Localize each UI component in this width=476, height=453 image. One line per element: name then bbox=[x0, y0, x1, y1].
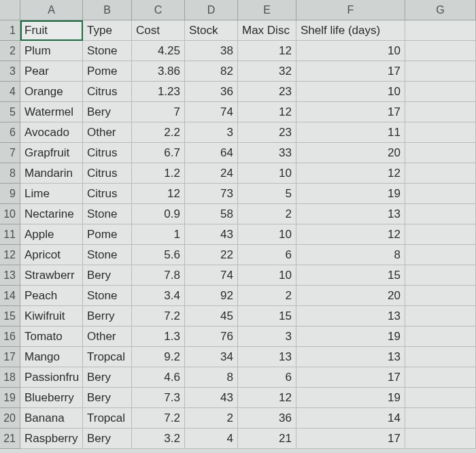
cell-D2[interactable]: 38 bbox=[185, 41, 238, 61]
cell-C16[interactable]: 1.3 bbox=[132, 326, 185, 347]
cell-F11[interactable]: 12 bbox=[296, 224, 405, 245]
cell-F14[interactable]: 20 bbox=[296, 286, 405, 306]
row-header-5[interactable]: 5 bbox=[0, 102, 20, 122]
cell-B17[interactable]: Tropcal bbox=[83, 347, 132, 367]
cell-A19[interactable]: Blueberry bbox=[20, 388, 83, 408]
cell-F3[interactable]: 17 bbox=[296, 61, 405, 82]
row-header-4[interactable]: 4 bbox=[0, 82, 20, 102]
cell-F6[interactable]: 11 bbox=[296, 122, 405, 143]
cell-C21[interactable]: 3.2 bbox=[132, 429, 185, 449]
cell-B15[interactable]: Berry bbox=[83, 306, 132, 326]
cell-G7[interactable] bbox=[405, 143, 476, 163]
cell-F21[interactable]: 17 bbox=[296, 429, 405, 449]
col-header-C[interactable]: C bbox=[132, 0, 185, 20]
row-header-13[interactable]: 13 bbox=[0, 265, 20, 286]
cell-G15[interactable] bbox=[405, 306, 476, 326]
cell-D5[interactable]: 74 bbox=[185, 102, 238, 122]
cell-E5[interactable]: 12 bbox=[238, 102, 296, 122]
cell-C17[interactable]: 9.2 bbox=[132, 347, 185, 367]
cell-G9[interactable] bbox=[405, 184, 476, 204]
cell-F17[interactable]: 13 bbox=[296, 347, 405, 367]
spreadsheet-grid[interactable]: ABCDEFG1FruitTypeCostStockMax DiscShelf … bbox=[0, 0, 476, 449]
cell-A17[interactable]: Mango bbox=[20, 347, 83, 367]
cell-G6[interactable] bbox=[405, 122, 476, 143]
cell-F7[interactable]: 20 bbox=[296, 143, 405, 163]
cell-B3[interactable]: Pome bbox=[83, 61, 132, 82]
cell-E8[interactable]: 10 bbox=[238, 163, 296, 184]
cell-B14[interactable]: Stone bbox=[83, 286, 132, 306]
cell-B7[interactable]: Citrus bbox=[83, 143, 132, 163]
cell-A8[interactable]: Mandarin bbox=[20, 163, 83, 184]
cell-F19[interactable]: 19 bbox=[296, 388, 405, 408]
cell-G14[interactable] bbox=[405, 286, 476, 306]
cell-B11[interactable]: Pome bbox=[83, 224, 132, 245]
cell-C12[interactable]: 5.6 bbox=[132, 245, 185, 265]
cell-B18[interactable]: Bery bbox=[83, 367, 132, 388]
cell-B2[interactable]: Stone bbox=[83, 41, 132, 61]
cell-C19[interactable]: 7.3 bbox=[132, 388, 185, 408]
cell-A4[interactable]: Orange bbox=[20, 82, 83, 102]
cell-D21[interactable]: 4 bbox=[185, 429, 238, 449]
cell-A13[interactable]: Strawberr bbox=[20, 265, 83, 286]
cell-D3[interactable]: 82 bbox=[185, 61, 238, 82]
cell-B20[interactable]: Tropcal bbox=[83, 408, 132, 429]
cell-B21[interactable]: Bery bbox=[83, 429, 132, 449]
cell-C20[interactable]: 7.2 bbox=[132, 408, 185, 429]
row-header-6[interactable]: 6 bbox=[0, 122, 20, 143]
cell-C15[interactable]: 7.2 bbox=[132, 306, 185, 326]
cell-E10[interactable]: 2 bbox=[238, 204, 296, 224]
row-header-20[interactable]: 20 bbox=[0, 408, 20, 429]
row-header-14[interactable]: 14 bbox=[0, 286, 20, 306]
cell-B13[interactable]: Bery bbox=[83, 265, 132, 286]
cell-D9[interactable]: 73 bbox=[185, 184, 238, 204]
cell-C4[interactable]: 1.23 bbox=[132, 82, 185, 102]
cell-G21[interactable] bbox=[405, 429, 476, 449]
cell-A7[interactable]: Grapfruit bbox=[20, 143, 83, 163]
row-header-1[interactable]: 1 bbox=[0, 20, 20, 41]
cell-D13[interactable]: 74 bbox=[185, 265, 238, 286]
cell-F2[interactable]: 10 bbox=[296, 41, 405, 61]
cell-G19[interactable] bbox=[405, 388, 476, 408]
cell-B4[interactable]: Citrus bbox=[83, 82, 132, 102]
cell-A14[interactable]: Peach bbox=[20, 286, 83, 306]
cell-A18[interactable]: Passionfru bbox=[20, 367, 83, 388]
cell-D11[interactable]: 43 bbox=[185, 224, 238, 245]
cell-E13[interactable]: 10 bbox=[238, 265, 296, 286]
cell-D7[interactable]: 64 bbox=[185, 143, 238, 163]
cell-E3[interactable]: 32 bbox=[238, 61, 296, 82]
cell-G5[interactable] bbox=[405, 102, 476, 122]
cell-G18[interactable] bbox=[405, 367, 476, 388]
cell-E18[interactable]: 6 bbox=[238, 367, 296, 388]
row-header-21[interactable]: 21 bbox=[0, 429, 20, 449]
row-header-15[interactable]: 15 bbox=[0, 306, 20, 326]
cell-F16[interactable]: 19 bbox=[296, 326, 405, 347]
cell-G16[interactable] bbox=[405, 326, 476, 347]
row-header-3[interactable]: 3 bbox=[0, 61, 20, 82]
cell-D15[interactable]: 45 bbox=[185, 306, 238, 326]
cell-A1[interactable]: Fruit bbox=[20, 20, 83, 41]
cell-B12[interactable]: Stone bbox=[83, 245, 132, 265]
cell-F10[interactable]: 13 bbox=[296, 204, 405, 224]
cell-F20[interactable]: 14 bbox=[296, 408, 405, 429]
cell-F8[interactable]: 12 bbox=[296, 163, 405, 184]
cell-A11[interactable]: Apple bbox=[20, 224, 83, 245]
cell-E20[interactable]: 36 bbox=[238, 408, 296, 429]
cell-G12[interactable] bbox=[405, 245, 476, 265]
cell-E12[interactable]: 6 bbox=[238, 245, 296, 265]
cell-D10[interactable]: 58 bbox=[185, 204, 238, 224]
cell-B9[interactable]: Citrus bbox=[83, 184, 132, 204]
cell-G11[interactable] bbox=[405, 224, 476, 245]
cell-G8[interactable] bbox=[405, 163, 476, 184]
cell-C1[interactable]: Cost bbox=[132, 20, 185, 41]
cell-A21[interactable]: Raspberry bbox=[20, 429, 83, 449]
col-header-A[interactable]: A bbox=[20, 0, 83, 20]
cell-B6[interactable]: Other bbox=[83, 122, 132, 143]
cell-G3[interactable] bbox=[405, 61, 476, 82]
row-header-7[interactable]: 7 bbox=[0, 143, 20, 163]
select-all-corner[interactable] bbox=[0, 0, 20, 20]
row-header-9[interactable]: 9 bbox=[0, 184, 20, 204]
cell-D19[interactable]: 43 bbox=[185, 388, 238, 408]
cell-G1[interactable] bbox=[405, 20, 476, 41]
cell-B19[interactable]: Bery bbox=[83, 388, 132, 408]
col-header-B[interactable]: B bbox=[83, 0, 132, 20]
